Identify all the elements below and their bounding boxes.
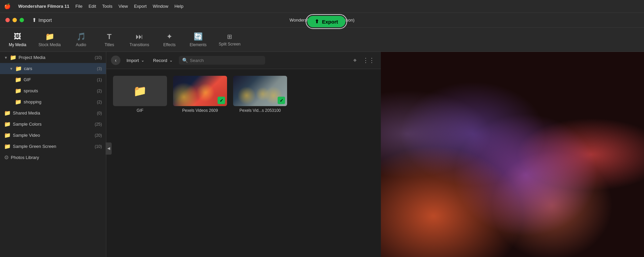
- close-button[interactable]: [5, 18, 10, 22]
- sample-video-count: (20): [95, 133, 102, 138]
- export-button[interactable]: ⬆ Export: [307, 16, 345, 27]
- record-chevron-icon: ⌄: [169, 58, 173, 63]
- filter-button[interactable]: ⌖: [352, 56, 358, 65]
- pexels1-label: Pexels Videos 2609: [173, 108, 227, 113]
- sidebar-item-shopping[interactable]: 📁 shopping (2): [0, 96, 106, 107]
- pexels1-thumb: ✓: [173, 76, 227, 106]
- nav-titles[interactable]: T Titles: [96, 30, 123, 50]
- menu-bar: 🍎 Wondershare Filmora 11 File Edit Tools…: [0, 0, 644, 13]
- nav-titles-label: Titles: [105, 42, 114, 47]
- gif-folder-thumb: 📁: [113, 76, 167, 106]
- content-area: ‹ Import ⌄ Record ⌄ 🔍 ⌖ ⋮⋮: [106, 52, 381, 257]
- menu-file[interactable]: File: [75, 4, 82, 9]
- preview-area: [381, 52, 644, 257]
- split-screen-icon: ⊞: [227, 33, 232, 40]
- import-button[interactable]: ⬆ Import: [32, 17, 52, 23]
- media-item-pexels2[interactable]: ✓ Pexels Vid...s 2053100: [233, 76, 287, 113]
- nav-audio-label: Audio: [76, 42, 86, 47]
- pexels2-thumb: ✓: [233, 76, 287, 106]
- shared-media-folder-icon: 📁: [4, 110, 11, 116]
- elements-icon: 🔄: [194, 32, 203, 41]
- search-input[interactable]: [190, 58, 262, 63]
- nav-elements[interactable]: 🔄 Elements: [184, 30, 212, 50]
- record-dropdown-label: Record: [153, 58, 167, 63]
- nav-effects[interactable]: ✦ Effects: [156, 30, 183, 50]
- nav-effects-label: Effects: [163, 42, 175, 47]
- nav-split-screen[interactable]: ⊞ Split Screen: [213, 30, 246, 49]
- sprouts-folder-icon: 📁: [15, 88, 22, 94]
- menu-view[interactable]: View: [118, 4, 128, 9]
- nav-transitions[interactable]: ⏭ Transitions: [124, 30, 155, 50]
- nav-audio[interactable]: 🎵 Audio: [67, 30, 94, 50]
- stock-media-icon: 📁: [45, 32, 54, 41]
- content-toolbar: ‹ Import ⌄ Record ⌄ 🔍 ⌖ ⋮⋮: [106, 52, 381, 69]
- sample-colors-folder-icon: 📁: [4, 121, 11, 127]
- cars-folder-icon: 📁: [15, 65, 22, 72]
- media-item-pexels1[interactable]: ✓ Pexels Videos 2609: [173, 76, 227, 113]
- grid-view-button[interactable]: ⋮⋮: [361, 55, 376, 65]
- sidebar-item-sample-video[interactable]: 📁 Sample Video (20): [0, 130, 106, 141]
- maximize-button[interactable]: [20, 18, 24, 22]
- project-media-folder-icon: 📁: [10, 54, 17, 61]
- shared-media-count: (0): [97, 111, 102, 116]
- export-highlight-container: ⬆ Export: [306, 14, 347, 29]
- media-item-gif[interactable]: 📁 GIF: [113, 76, 167, 113]
- traffic-lights: [5, 18, 24, 22]
- menu-edit[interactable]: Edit: [88, 4, 96, 9]
- gif-item-label: GIF: [113, 108, 167, 113]
- sidebar-item-sample-colors[interactable]: 📁 Sample Colors (25): [0, 119, 106, 130]
- nav-elements-label: Elements: [190, 42, 206, 47]
- menu-tools[interactable]: Tools: [102, 4, 112, 9]
- sample-video-folder-icon: 📁: [4, 132, 11, 138]
- nav-my-media-label: My Media: [9, 42, 26, 47]
- filter-icon: ⌖: [353, 57, 357, 64]
- sidebar-item-project-media[interactable]: ▼ 📁 Project Media (10): [0, 52, 106, 63]
- shopping-label: shopping: [24, 99, 41, 104]
- nav-split-screen-label: Split Screen: [219, 42, 241, 46]
- sample-green-screen-folder-icon: 📁: [4, 143, 11, 150]
- media-grid: 📁 GIF ✓ Pexels Videos 2609 ✓ Pexels Vid.…: [106, 69, 381, 257]
- menu-export[interactable]: Export: [134, 4, 147, 9]
- pexels2-check-badge: ✓: [278, 97, 285, 104]
- sidebar-item-sample-green-screen[interactable]: 📁 Sample Green Screen (10): [0, 141, 106, 152]
- export-share-icon: ⬆: [315, 19, 319, 25]
- transitions-icon: ⏭: [136, 32, 143, 41]
- sidebar-item-shared-media[interactable]: 📁 Shared Media (0): [0, 107, 106, 119]
- titles-icon: T: [107, 32, 111, 41]
- import-dropdown-button[interactable]: Import ⌄: [124, 57, 147, 64]
- sample-colors-count: (25): [95, 122, 102, 127]
- sidebar-item-gif[interactable]: 📁 GIF (1): [0, 74, 106, 85]
- menu-window[interactable]: Window: [153, 4, 168, 9]
- sample-green-screen-count: (10): [95, 144, 102, 149]
- pexels2-label: Pexels Vid...s 2053100: [233, 108, 287, 113]
- minimize-button[interactable]: [12, 18, 17, 22]
- menu-help[interactable]: Help: [174, 4, 184, 9]
- search-bar[interactable]: 🔍: [179, 56, 265, 65]
- import-chevron-icon: ⌄: [141, 58, 144, 63]
- sidebar-item-sprouts[interactable]: 📁 sprouts (2): [0, 85, 106, 96]
- sidebar-collapse-button[interactable]: ◀: [106, 142, 112, 155]
- back-button[interactable]: ‹: [111, 56, 120, 65]
- my-media-icon: 🖼: [14, 32, 21, 41]
- gif-folder-icon: 📁: [15, 76, 22, 83]
- project-media-count: (10): [95, 55, 102, 60]
- preview-bokeh-background: [381, 52, 644, 257]
- nav-transitions-label: Transitions: [130, 42, 149, 47]
- shopping-folder-icon: 📁: [15, 99, 22, 105]
- sidebar-item-photos-library[interactable]: ⚙ Photos Library: [0, 152, 106, 163]
- nav-my-media[interactable]: 🖼 My Media: [3, 30, 32, 50]
- import-icon: ⬆: [32, 17, 36, 23]
- title-bar: ⬆ Import Wondershare Filmora 11 (lesson)…: [0, 13, 644, 28]
- sidebar-item-cars[interactable]: ▼ 📁 cars (3): [0, 63, 106, 74]
- nav-stock-media[interactable]: 📁 Stock Media: [33, 30, 66, 50]
- nav-toolbar: 🖼 My Media 📁 Stock Media 🎵 Audio T Title…: [0, 28, 644, 52]
- project-media-label: Project Media: [19, 55, 45, 60]
- export-label: Export: [322, 19, 338, 25]
- record-dropdown-button[interactable]: Record ⌄: [150, 57, 175, 64]
- sample-green-screen-label: Sample Green Screen: [13, 144, 56, 149]
- chevron-down-icon: ▼: [4, 56, 8, 60]
- effects-icon: ✦: [166, 32, 172, 41]
- audio-icon: 🎵: [77, 32, 86, 41]
- export-highlight-box: ⬆ Export: [306, 14, 347, 29]
- gif-count: (1): [97, 77, 102, 82]
